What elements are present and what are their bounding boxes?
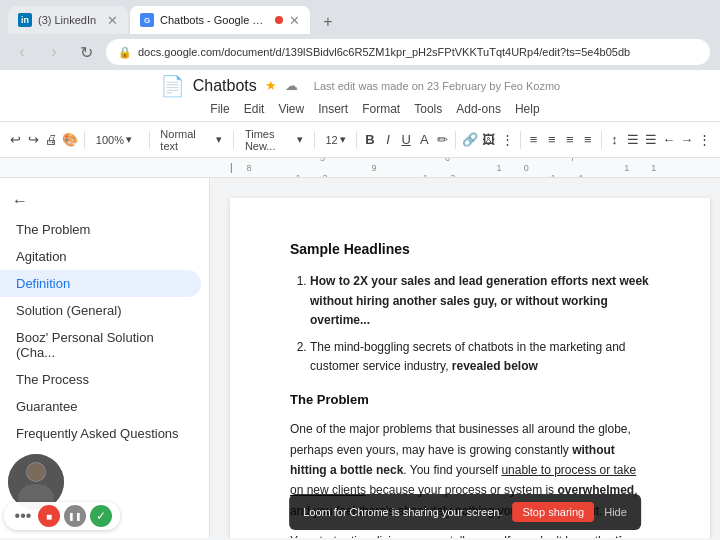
gdocs-favicon: G (140, 13, 154, 27)
size-select[interactable]: 12 ▾ (320, 128, 350, 152)
align-center-button[interactable]: ≡ (545, 127, 559, 153)
highlight-button[interactable]: ✏ (435, 127, 449, 153)
new-tab-button[interactable]: + (316, 10, 340, 34)
doc-title: Chatbots (193, 77, 257, 95)
more-insert-button[interactable]: ⋮ (500, 127, 514, 153)
font-value: Times New... (245, 128, 295, 152)
loom-stop-sharing-button[interactable]: Stop sharing (512, 502, 594, 522)
star-icon[interactable]: ★ (265, 78, 277, 93)
underline-button[interactable]: U (399, 127, 413, 153)
zoom-select[interactable]: 100% ▾ (91, 128, 143, 152)
divider-6 (455, 131, 456, 149)
font-chevron: ▾ (297, 133, 303, 146)
tab-notification-dot (275, 16, 283, 24)
style-chevron: ▾ (216, 133, 222, 146)
divider-2 (149, 131, 150, 149)
recording-pause-button[interactable]: ❚❚ (64, 505, 86, 527)
line-spacing-button[interactable]: ↕ (607, 127, 621, 153)
divider-4 (314, 131, 315, 149)
loom-hide-button[interactable]: Hide (604, 506, 627, 518)
recording-done-button[interactable]: ✓ (90, 505, 112, 527)
divider-8 (601, 131, 602, 149)
recording-controls: ••• ■ ❚❚ ✓ (4, 502, 120, 530)
sidebar-back-button[interactable]: ← (0, 186, 209, 216)
zoom-chevron: ▾ (126, 133, 132, 146)
link-button[interactable]: 🔗 (462, 127, 478, 153)
image-button[interactable]: 🖼 (482, 127, 496, 153)
lock-icon: 🔒 (118, 46, 132, 59)
nav-forward-button[interactable]: › (42, 43, 66, 61)
back-arrow-icon: ← (12, 192, 28, 210)
tab-chatbots-label: Chatbots - Google Docs (160, 14, 267, 26)
paint-format-button[interactable]: 🎨 (62, 127, 78, 153)
list-numbered-button[interactable]: ☰ (644, 127, 658, 153)
headline-item-2: The mind-boggling secrets of chatbots in… (310, 338, 650, 376)
sidebar-item-faq[interactable]: Frequently Asked Questions (0, 420, 201, 447)
menu-help[interactable]: Help (509, 100, 546, 118)
align-right-button[interactable]: ≡ (563, 127, 577, 153)
align-left-button[interactable]: ≡ (527, 127, 541, 153)
sidebar-item-booz-solution[interactable]: Booz' Personal Solution (Cha... (0, 324, 201, 366)
linkedin-favicon: in (18, 13, 32, 27)
sidebar-item-definition[interactable]: Definition (0, 270, 201, 297)
divider-7 (520, 131, 521, 149)
zoom-value: 100% (96, 134, 124, 146)
indent-more-button[interactable]: → (680, 127, 694, 153)
style-select[interactable]: Normal text ▾ (155, 128, 227, 152)
sidebar-item-solution-general[interactable]: Solution (General) (0, 297, 201, 324)
divider-1 (84, 131, 85, 149)
doc-page: Sample Headlines How to 2X your sales an… (230, 198, 710, 538)
recording-options-button[interactable]: ••• (12, 505, 34, 527)
ruler: | 1 2 3 4 5 6 7 8 9 10 11 12 13 14 15 16… (0, 158, 720, 178)
doc-icon: 📄 (160, 74, 185, 98)
undo-button[interactable]: ↩ (8, 127, 22, 153)
list-bullet-button[interactable]: ☰ (626, 127, 640, 153)
sidebar-item-process[interactable]: The Process (0, 366, 201, 393)
last-edit-info: Last edit was made on 23 February by Feo… (314, 80, 560, 92)
sidebar-item-guarantee[interactable]: Guarantee (0, 393, 201, 420)
menu-edit[interactable]: Edit (238, 100, 271, 118)
section-headline: Sample Headlines (290, 238, 650, 260)
sidebar-item-problem[interactable]: The Problem (0, 216, 201, 243)
italic-button[interactable]: I (381, 127, 395, 153)
tab-chatbots[interactable]: G Chatbots - Google Docs ✕ (130, 6, 310, 34)
redo-button[interactable]: ↪ (26, 127, 40, 153)
sidebar: ← The Problem Agitation Definition Solut… (0, 178, 210, 538)
sidebar-item-agitation[interactable]: Agitation (0, 243, 201, 270)
toolbar: ↩ ↪ 🖨 🎨 100% ▾ Normal text ▾ Times New..… (0, 122, 720, 158)
nav-refresh-button[interactable]: ↻ (74, 43, 98, 62)
indent-less-button[interactable]: ← (662, 127, 676, 153)
headline-item-1: How to 2X your sales and lead generation… (310, 272, 650, 330)
tab-linkedin-label: (3) LinkedIn (38, 14, 101, 26)
text-color-button[interactable]: A (417, 127, 431, 153)
nav-back-button[interactable]: ‹ (10, 43, 34, 61)
menu-bar: File Edit View Insert Format Tools Add-o… (204, 100, 545, 118)
print-button[interactable]: 🖨 (44, 127, 58, 153)
divider-3 (233, 131, 234, 149)
bold-button[interactable]: B (363, 127, 377, 153)
menu-view[interactable]: View (272, 100, 310, 118)
problem-heading: The Problem (290, 390, 650, 411)
tab-linkedin-close[interactable]: ✕ (107, 13, 118, 28)
address-text: docs.google.com/document/d/139lSBidvl6c6… (138, 46, 698, 58)
ruler-content: | 1 2 3 4 5 6 7 8 9 10 11 12 13 14 15 16… (230, 158, 710, 178)
headline-list: How to 2X your sales and lead generation… (310, 272, 650, 376)
size-value: 12 (325, 134, 337, 146)
tab-linkedin[interactable]: in (3) LinkedIn ✕ (8, 6, 128, 34)
menu-file[interactable]: File (204, 100, 235, 118)
doc-area[interactable]: Sample Headlines How to 2X your sales an… (210, 178, 720, 538)
menu-insert[interactable]: Insert (312, 100, 354, 118)
style-value: Normal text (160, 128, 214, 152)
menu-tools[interactable]: Tools (408, 100, 448, 118)
menu-addons[interactable]: Add-ons (450, 100, 507, 118)
address-bar[interactable]: 🔒 docs.google.com/document/d/139lSBidvl6… (106, 39, 710, 65)
loom-notification-bar: Loom for Chrome is sharing your screen. … (289, 494, 641, 530)
svg-point-3 (27, 463, 45, 481)
more-options-button[interactable]: ⋮ (698, 127, 712, 153)
align-justify-button[interactable]: ≡ (581, 127, 595, 153)
size-chevron: ▾ (340, 133, 346, 146)
recording-stop-button[interactable]: ■ (38, 505, 60, 527)
font-select[interactable]: Times New... ▾ (240, 128, 308, 152)
tab-chatbots-close[interactable]: ✕ (289, 13, 300, 28)
menu-format[interactable]: Format (356, 100, 406, 118)
